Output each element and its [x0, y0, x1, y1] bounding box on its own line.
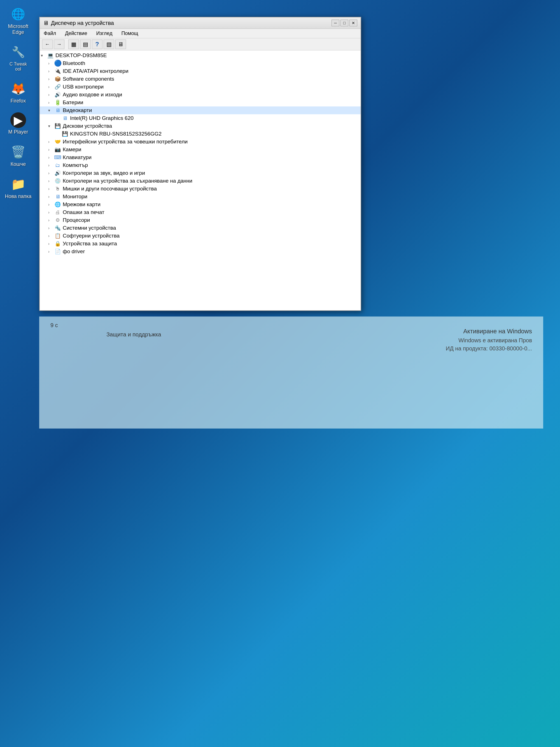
- drv-expand: ›: [48, 249, 54, 254]
- tree-display[interactable]: ▾ 🖥 Видеокарти: [40, 106, 361, 114]
- device-manager-window: 🖥 Диспечер на устройства ─ □ ✕ Файл Дейс…: [39, 17, 361, 311]
- tree-software-devices[interactable]: › 📋 Софтуерни устройства: [40, 232, 361, 240]
- driver-icon: 📄: [54, 249, 61, 255]
- tree-bluetooth[interactable]: › 🔵 Bluetooth: [40, 59, 361, 67]
- menu-help[interactable]: Помощ: [119, 30, 140, 37]
- disks-icon: 💾: [54, 123, 61, 129]
- toolbar-icon4[interactable]: 🖥: [115, 40, 126, 49]
- sys-expand: ›: [48, 226, 54, 230]
- desktop-icon-edge[interactable]: 🌐 Microsoft Edge: [3, 6, 34, 35]
- tree-storage-ctrl[interactable]: › 💿 Контролери на устройства за съхраняв…: [40, 177, 361, 185]
- usb-icon: 🔗: [54, 84, 61, 90]
- product-id: ИД на продукта: 00330-80000-0...: [446, 345, 532, 352]
- mon-expand: ›: [48, 195, 54, 199]
- forward-button[interactable]: →: [54, 40, 64, 49]
- tree-mice[interactable]: › 🖱 Мишки и други посочващи устройства: [40, 185, 361, 193]
- display-icon: 🖥: [54, 107, 61, 113]
- desktop-icon-tools[interactable]: 🔧 C Tweakool: [3, 44, 34, 72]
- sw-expand: ›: [48, 77, 54, 81]
- tree-computer[interactable]: › 🗂 Компютър: [40, 161, 361, 169]
- tree-keyboards[interactable]: › ⌨ Клавиатури: [40, 154, 361, 161]
- recycle-icon: 🗑️: [10, 144, 27, 160]
- desktop-icon-recycle[interactable]: 🗑️ Кошче: [3, 144, 34, 167]
- intel-icon: 🖥: [61, 115, 69, 121]
- tree-monitors[interactable]: › 🖥 Монитори: [40, 193, 361, 201]
- tools-label: C Tweakool: [9, 61, 27, 72]
- toolbar-help[interactable]: ?: [92, 40, 103, 49]
- title-bar: 🖥 Диспечер на устройства ─ □ ✕: [40, 17, 361, 29]
- tree-driver[interactable]: › 📄 фо driver: [40, 248, 361, 255]
- tree-processors[interactable]: › ⚙ Процесори: [40, 216, 361, 224]
- toolbar: ← → ▦ ▤ ? ▧ 🖥: [40, 38, 361, 50]
- window-icon: 🖥: [43, 20, 49, 26]
- comp-expand: ›: [48, 163, 54, 168]
- tree-system-devices[interactable]: › 🔩 Системни устройства: [40, 224, 361, 232]
- network-label: Мрежови карти: [63, 201, 101, 208]
- tree-root[interactable]: ▾ 💻 DESKTOP-D9SM85E: [40, 52, 361, 59]
- ide-expand: ›: [48, 69, 54, 73]
- minimize-button[interactable]: ─: [331, 20, 339, 26]
- tree-software-components[interactable]: › 📦 Software components: [40, 75, 361, 83]
- cpu-icon: ⚙: [54, 217, 61, 223]
- kbd-expand: ›: [48, 155, 54, 160]
- computer-icon: 🗂: [54, 162, 61, 168]
- cam-expand: ›: [48, 147, 54, 152]
- security-icon: 🔒: [54, 240, 61, 247]
- toolbar-icon3[interactable]: ▧: [104, 40, 114, 49]
- menu-view[interactable]: Изглед: [95, 30, 114, 37]
- tree-usb[interactable]: › 🔗 USB контролери: [40, 83, 361, 91]
- kingston-label: KINGSTON RBU-SNS8152S3256GG2: [70, 131, 162, 137]
- toolbar-icon2[interactable]: ▤: [80, 40, 91, 49]
- software-device-icon: 📋: [54, 233, 61, 239]
- mplayer-label: M Player: [8, 129, 28, 135]
- computer-label: Компютър: [63, 162, 88, 168]
- camera-icon: 📷: [54, 147, 61, 153]
- firefox-icon: 🦊: [10, 80, 27, 97]
- tree-sound[interactable]: › 🔊 Контролери за звук, видео и игри: [40, 169, 361, 177]
- tree-network[interactable]: › 🌐 Мрежови карти: [40, 201, 361, 208]
- battery-icon: 🔋: [54, 99, 61, 106]
- menu-action[interactable]: Действие: [63, 30, 89, 37]
- tree-battery[interactable]: › 🔋 Батерии: [40, 99, 361, 106]
- desktop-icon-mplayer[interactable]: ▶ M Player: [3, 112, 34, 135]
- net-expand: ›: [48, 202, 54, 207]
- bluetooth-expand: ›: [48, 61, 54, 66]
- tree-ide[interactable]: › 🔌 IDE ATA/ATAPI контролери: [40, 67, 361, 75]
- toolbar-icon1[interactable]: ▦: [68, 40, 79, 49]
- proc-expand: ›: [48, 218, 54, 223]
- hid-label: Интерфейсни устройства за човешки потреб…: [63, 139, 188, 145]
- tree-kingston[interactable]: 💾 KINGSTON RBU-SNS8152S3256GG2: [40, 130, 361, 138]
- root-label: DESKTOP-D9SM85E: [55, 52, 107, 58]
- mouse-icon: 🖱: [54, 186, 61, 192]
- desktop-icon-firefox[interactable]: 🦊 Firefox: [3, 80, 34, 104]
- printer-label: Опашки за печат: [63, 209, 104, 215]
- mouse-label: Мишки и други посочващи устройства: [63, 186, 157, 192]
- tree-cameras[interactable]: › 📷 Камери: [40, 146, 361, 154]
- mice-expand: ›: [48, 186, 54, 191]
- tools-icon: 🔧: [10, 44, 27, 60]
- tree-printers[interactable]: › 🖨 Опашки за печат: [40, 208, 361, 216]
- hid-icon: 🤝: [54, 139, 61, 145]
- back-button[interactable]: ←: [42, 40, 53, 49]
- processor-label: Процесори: [63, 217, 90, 223]
- usb-label: USB контролери: [63, 84, 104, 90]
- tree-disks[interactable]: ▾ 💾 Дискови устройства: [40, 122, 361, 130]
- tree-intel-gpu[interactable]: 🖥 Intel(R) UHD Graphics 620: [40, 114, 361, 122]
- ide-label: IDE ATA/ATAPI контролери: [63, 68, 129, 74]
- printer-icon: 🖨: [54, 209, 61, 215]
- storage-icon: 💿: [54, 178, 61, 184]
- system-icon: 🔩: [54, 225, 61, 231]
- usb-expand: ›: [48, 84, 54, 89]
- maximize-button[interactable]: □: [341, 20, 348, 26]
- device-tree[interactable]: ▾ 💻 DESKTOP-D9SM85E › 🔵 Bluetooth › 🔌 ID…: [40, 50, 361, 310]
- tree-audio[interactable]: › 🔊 Аудио входове и изходи: [40, 91, 361, 99]
- sec-expand: ›: [48, 241, 54, 246]
- tree-security[interactable]: › 🔒 Устройства за защита: [40, 240, 361, 248]
- tree-hid[interactable]: › 🤝 Интерфейсни устройства за човешки по…: [40, 138, 361, 146]
- close-button[interactable]: ✕: [349, 20, 357, 26]
- edge-icon: 🌐: [10, 6, 27, 22]
- print-expand: ›: [48, 210, 54, 214]
- audio-label: Аудио входове и изходи: [63, 92, 122, 98]
- menu-file[interactable]: Файл: [42, 30, 58, 37]
- desktop-icon-folder[interactable]: 📁 Нова папка: [3, 176, 34, 200]
